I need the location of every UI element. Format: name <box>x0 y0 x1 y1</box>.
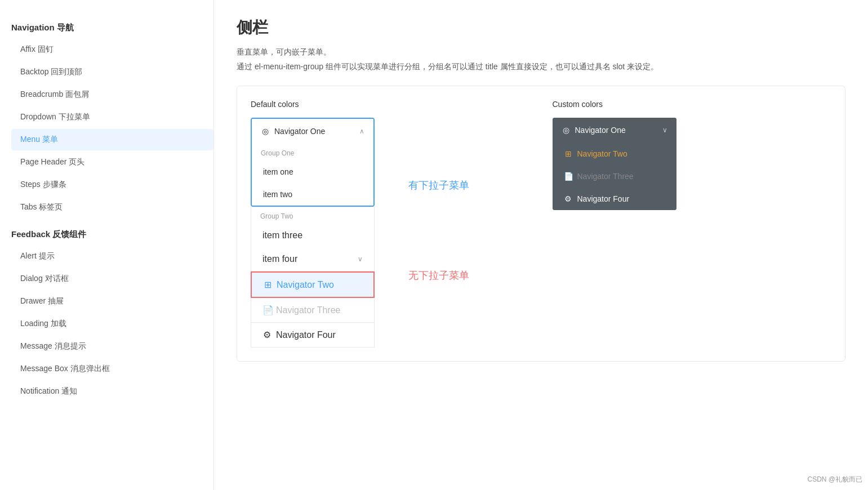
location-icon: ◎ <box>261 127 270 136</box>
grid-icon: ⊞ <box>263 279 272 290</box>
navigator-three-label: Navigator Three <box>276 305 340 315</box>
feedback-category: Feedback 反馈组件 Alert 提示 Dialog 对话框 Drawer… <box>11 229 213 402</box>
custom-navigator-three-label: Navigator Three <box>577 172 634 181</box>
sidebar-item-loading[interactable]: Loading 加载 <box>11 313 213 335</box>
has-submenu-annotation: 有下拉子菜单 <box>408 118 469 253</box>
custom-navigator-one-label: Navigator One <box>575 126 626 135</box>
sidebar-item-backtop[interactable]: Backtop 回到顶部 <box>11 61 213 83</box>
annotation-column: 有下拉子菜单 无下拉子菜单 <box>408 118 469 298</box>
item-four-label: item four <box>262 254 297 264</box>
custom-navigator-four-label: Navigator Four <box>577 194 630 203</box>
sidebar-item-dropdown[interactable]: Dropdown 下拉菜单 <box>11 106 213 128</box>
sidebar-item-steps[interactable]: Steps 步骤条 <box>11 174 213 195</box>
custom-navigator-two-label: Navigator Two <box>577 149 627 158</box>
navigator-two-wrapper: ⊞ Navigator Two <box>251 271 375 298</box>
navigator-three-item: 📄 Navigator Three <box>251 298 374 322</box>
default-menu: ◎ Navigator One ∧ Group One item one ite… <box>251 118 375 207</box>
gear-icon: ⚙ <box>262 329 271 340</box>
default-menu-container: ◎ Navigator One ∧ Group One item one ite… <box>251 118 375 348</box>
doc-icon: 📄 <box>262 305 271 315</box>
custom-colors-title: Custom colors <box>553 100 832 109</box>
custom-location-icon: ◎ <box>562 126 571 135</box>
feedback-category-title: Feedback 反馈组件 <box>11 229 213 240</box>
watermark: CSDN @礼貌而已 <box>807 475 862 484</box>
group-two-container: Group Two item three item four ∨ <box>251 207 375 271</box>
navigator-three-container: 📄 Navigator Three <box>251 298 375 323</box>
custom-navigator-three-item: 📄 Navigator Three <box>553 165 676 188</box>
sidebar-item-affix[interactable]: Affix 固钉 <box>11 39 213 60</box>
chevron-down-icon: ∨ <box>358 255 363 263</box>
custom-chevron-down-icon: ∨ <box>662 126 667 134</box>
left-sidebar: Navigation 导航 Affix 固钉 Backtop 回到顶部 Brea… <box>0 0 214 490</box>
navigator-two-item[interactable]: ⊞ Navigator Two <box>252 273 373 297</box>
sidebar-item-alert[interactable]: Alert 提示 <box>11 246 213 267</box>
sidebar-item-pageheader[interactable]: Page Header 页头 <box>11 152 213 173</box>
has-submenu-text: 有下拉子菜单 <box>408 179 469 192</box>
custom-navigator-four-item[interactable]: ⚙ Navigator Four <box>553 188 676 210</box>
chevron-up-icon: ∧ <box>359 127 364 135</box>
no-submenu-text: 无下拉子菜单 <box>408 269 469 282</box>
custom-grid-icon: ⊞ <box>564 149 573 158</box>
group-one-label: Group One <box>252 144 373 161</box>
custom-gear-icon: ⚙ <box>564 194 573 203</box>
default-colors-title: Default colors <box>251 100 530 109</box>
sidebar-item-tabs[interactable]: Tabs 标签页 <box>11 197 213 218</box>
item-two[interactable]: item two <box>252 183 373 206</box>
custom-navigator-one-header[interactable]: ◎ Navigator One ∨ <box>553 118 676 142</box>
navigator-four-item[interactable]: ⚙ Navigator Four <box>251 323 374 347</box>
custom-menu: ◎ Navigator One ∨ ⊞ Navigator Two 📄 Navi… <box>553 118 676 210</box>
item-one-label: item one <box>263 167 293 176</box>
nav-category: Navigation 导航 Affix 固钉 Backtop 回到顶部 Brea… <box>11 23 213 218</box>
item-four[interactable]: item four ∨ <box>251 247 374 271</box>
item-three[interactable]: item three <box>251 224 374 247</box>
page-title: 侧栏 <box>237 17 845 38</box>
navigator-two-label: Navigator Two <box>277 280 334 290</box>
sidebar-item-notification[interactable]: Notification 通知 <box>11 381 213 402</box>
item-one[interactable]: item one <box>252 161 373 183</box>
sidebar-item-drawer[interactable]: Drawer 抽屉 <box>11 291 213 312</box>
demo-container: Default colors ◎ Navigator One ∧ Group O… <box>237 86 845 362</box>
page-desc2: 通过 el-menu-item-group 组件可以实现菜单进行分组，分组名可以… <box>237 62 845 72</box>
sidebar-item-message[interactable]: Message 消息提示 <box>11 336 213 357</box>
custom-colors-section: Custom colors ◎ Navigator One ∨ ⊞ Naviga… <box>553 100 832 348</box>
custom-doc-icon: 📄 <box>564 172 573 181</box>
sidebar-item-messagebox[interactable]: Message Box 消息弹出框 <box>11 358 213 380</box>
page-desc1: 垂直菜单，可内嵌子菜单。 <box>237 47 845 57</box>
navigator-one-header[interactable]: ◎ Navigator One ∧ <box>252 119 373 144</box>
main-content: 侧栏 垂直菜单，可内嵌子菜单。 通过 el-menu-item-group 组件… <box>214 0 868 490</box>
item-three-label: item three <box>262 230 302 240</box>
sidebar-item-dialog[interactable]: Dialog 对话框 <box>11 268 213 289</box>
group-two-label: Group Two <box>251 207 374 224</box>
navigator-four-label: Navigator Four <box>276 330 336 340</box>
navigator-one-label: Navigator One <box>274 127 325 136</box>
sidebar-item-breadcrumb[interactable]: Breadcrumb 面包屑 <box>11 84 213 105</box>
default-colors-section: Default colors ◎ Navigator One ∧ Group O… <box>251 100 530 348</box>
no-submenu-annotation: 无下拉子菜单 <box>408 253 469 298</box>
sidebar-item-menu[interactable]: Menu 菜单 <box>11 129 213 150</box>
nav-category-title: Navigation 导航 <box>11 23 213 33</box>
custom-navigator-two-item[interactable]: ⊞ Navigator Two <box>553 142 676 165</box>
default-colors-demo: ◎ Navigator One ∧ Group One item one ite… <box>251 118 530 348</box>
item-two-label: item two <box>263 190 292 199</box>
navigator-four-container: ⚙ Navigator Four <box>251 323 375 348</box>
